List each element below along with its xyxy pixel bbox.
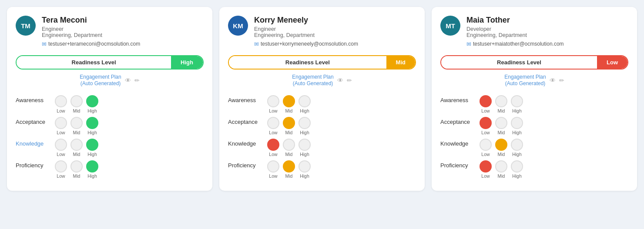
dot-high[interactable] [511, 139, 523, 151]
metric-row: AwarenessLowMidHigh [16, 95, 204, 113]
dots-row [267, 117, 311, 129]
dot-label-text: Mid [70, 108, 83, 113]
dots-row [55, 139, 98, 151]
dot-mid[interactable] [495, 139, 507, 151]
dot-high[interactable] [86, 95, 98, 107]
dot-low[interactable] [480, 139, 492, 151]
dot-label-text: High [86, 152, 98, 157]
avatar: TM [16, 16, 36, 36]
edit-icon[interactable]: ✏ [134, 77, 140, 84]
dot-mid[interactable] [283, 160, 295, 173]
dot-label-text: Low [55, 152, 67, 157]
dot-labels: LowMidHigh [480, 152, 523, 157]
dot-low[interactable] [267, 139, 279, 151]
dot-label-text: Low [267, 152, 279, 157]
dot-label-text: Low [480, 108, 492, 113]
dot-high[interactable] [299, 160, 311, 173]
dot-labels: LowMidHigh [267, 152, 311, 157]
email-icon: ✉ [42, 41, 47, 47]
readiness-label: Readiness Level [17, 56, 171, 69]
dot-high[interactable] [86, 117, 98, 129]
dot-mid[interactable] [495, 160, 507, 173]
dot-label-text: High [299, 152, 311, 157]
dot-mid[interactable] [70, 139, 83, 151]
dot-mid[interactable] [283, 117, 295, 129]
dots-group: LowMidHigh [267, 139, 311, 157]
edit-icon[interactable]: ✏ [347, 77, 352, 84]
dot-label-text: Mid [495, 130, 507, 135]
dot-labels: LowMidHigh [55, 152, 98, 157]
edit-icon[interactable]: ✏ [559, 77, 564, 84]
user-email: testuser+korrymeneely@ocmsolution.com [261, 41, 358, 47]
dots-group: LowMidHigh [267, 117, 311, 135]
dot-high[interactable] [86, 160, 98, 173]
engagement-text: Engagement Plan (Auto Generated) [80, 74, 121, 87]
metrics-table: AwarenessLowMidHighAcceptanceLowMidHighK… [16, 95, 204, 179]
user-department: Engineering, Department [42, 32, 140, 38]
view-icon[interactable]: 👁 [125, 77, 131, 84]
readiness-bar[interactable]: Readiness LevelMid [228, 55, 416, 70]
dot-high[interactable] [299, 117, 311, 129]
engagement-row: Engagement Plan (Auto Generated)👁✏ [440, 74, 628, 87]
dot-mid[interactable] [283, 95, 295, 107]
user-email: testuser+maiatother@ocmsolution.com [473, 41, 564, 47]
dot-label-text: Low [480, 130, 492, 135]
dot-mid[interactable] [495, 117, 507, 129]
dot-low[interactable] [267, 95, 279, 107]
dot-low[interactable] [480, 160, 492, 173]
metric-label: Acceptance [440, 117, 480, 125]
dots-group: LowMidHigh [55, 160, 98, 179]
email-row: ✉testuser+terameconi@ocmsolution.com [42, 41, 140, 47]
dot-low[interactable] [480, 95, 492, 107]
dot-low[interactable] [480, 117, 492, 129]
dot-mid[interactable] [283, 139, 295, 151]
dot-label-text: High [511, 152, 523, 157]
dot-mid[interactable] [70, 117, 83, 129]
metric-row: AcceptanceLowMidHigh [228, 117, 416, 135]
metric-label: Proficiency [440, 160, 480, 169]
card-header: KMKorry MeneelyEngineerEngineering, Depa… [228, 16, 416, 47]
view-icon[interactable]: 👁 [550, 77, 556, 84]
metric-row: ProficiencyLowMidHigh [440, 160, 628, 179]
user-info: Tera MeconiEngineerEngineering, Departme… [42, 16, 140, 47]
dots-group: LowMidHigh [480, 139, 523, 157]
readiness-value: Mid [386, 56, 415, 69]
dot-low[interactable] [267, 117, 279, 129]
dot-low[interactable] [55, 139, 67, 151]
user-role: Engineer [42, 26, 140, 32]
dot-low[interactable] [267, 160, 279, 173]
dot-labels: LowMidHigh [480, 130, 523, 135]
dots-row [267, 160, 311, 173]
dots-row [480, 139, 523, 151]
dot-label-text: Mid [283, 130, 295, 135]
readiness-label: Readiness Level [229, 56, 386, 69]
user-info: Korry MeneelyEngineerEngineering, Depart… [254, 16, 358, 47]
dot-high[interactable] [511, 95, 523, 107]
dot-high[interactable] [299, 95, 311, 107]
view-icon[interactable]: 👁 [337, 77, 343, 84]
dot-high[interactable] [511, 117, 523, 129]
dot-high[interactable] [299, 139, 311, 151]
dot-low[interactable] [55, 95, 67, 107]
dot-label-text: Low [480, 152, 492, 157]
dot-label-text: Low [55, 108, 67, 113]
readiness-bar[interactable]: Readiness LevelHigh [16, 55, 204, 70]
dots-group: LowMidHigh [480, 95, 523, 113]
dot-high[interactable] [511, 160, 523, 173]
metric-label: Proficiency [228, 160, 267, 169]
dot-label-text: High [511, 130, 523, 135]
card-korry: KMKorry MeneelyEngineerEngineering, Depa… [219, 7, 425, 191]
email-icon: ✉ [466, 41, 471, 47]
dot-label-text: High [86, 173, 98, 179]
dot-low[interactable] [55, 117, 67, 129]
dot-mid[interactable] [70, 160, 83, 173]
user-role: Developer [466, 26, 564, 32]
dot-label-text: Low [267, 130, 279, 135]
dot-mid[interactable] [495, 95, 507, 107]
dot-low[interactable] [55, 160, 67, 173]
user-info: Maia TotherDeveloperEngineering, Departm… [466, 16, 564, 47]
dot-high[interactable] [86, 139, 98, 151]
readiness-bar[interactable]: Readiness LevelLow [440, 55, 628, 70]
dot-mid[interactable] [70, 95, 83, 107]
user-name: Maia Tother [466, 16, 564, 25]
